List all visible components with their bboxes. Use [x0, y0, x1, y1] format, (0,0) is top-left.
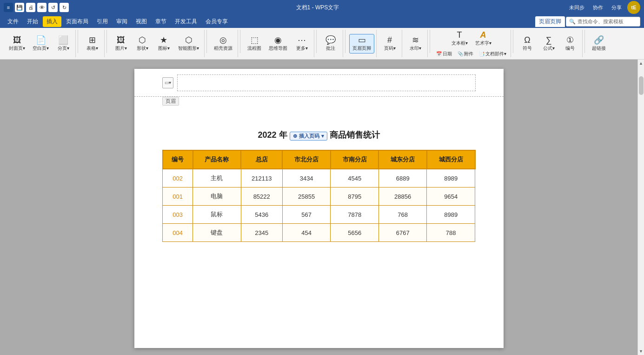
hyperlink-button[interactable]: 🔗 超链接 [589, 34, 609, 54]
divider-8 [513, 30, 513, 53]
formula-button[interactable]: ∑ 公式▾ [538, 34, 559, 54]
divider-6 [345, 30, 345, 53]
symbol-button[interactable]: Ω 符号 [517, 34, 538, 54]
table-cell-2-2: 5436 [241, 206, 282, 224]
table-icon: ⊞ [89, 36, 96, 44]
table-cell-0-3: 3434 [282, 169, 331, 188]
menu-start[interactable]: 开始 [23, 16, 42, 27]
textbox-button[interactable]: T 文本框▾ [448, 29, 471, 48]
image-button[interactable]: 🖼 图片▾ [111, 34, 131, 54]
page-break-button[interactable]: ⬜ 分页▾ [53, 34, 73, 54]
doc-title: 文档1 - WPS文字 [296, 4, 339, 12]
header-icon-button[interactable]: ▭▾ [162, 77, 173, 88]
table-row: 002主机2121133434454568898989 [163, 169, 475, 188]
comment-icon: 💬 [325, 36, 336, 44]
table-cell-1-4: 8795 [331, 188, 379, 206]
table-cell-0-0: 002 [163, 169, 193, 188]
toolbar-group-pageno: # 页码▾ [378, 30, 402, 57]
table-row: 003鼠标543656778787688989 [163, 206, 475, 224]
toolbar-search[interactable]: 🔍 查找命令、搜索模板 [566, 17, 640, 27]
save-button[interactable]: 💾 [15, 3, 24, 12]
scrollbar-y[interactable]: ▲ ▼ [637, 60, 644, 355]
search-icon: 🔍 [569, 19, 576, 25]
blank-icon: 📄 [36, 36, 46, 44]
pageno-icon: # [387, 36, 392, 44]
redo-button[interactable]: ↻ [60, 3, 69, 12]
table-row: 001电脑85222258558795288569654 [163, 188, 475, 206]
break-icon: ⬜ [58, 36, 68, 44]
table-cell-1-1: 电脑 [193, 188, 241, 206]
menu-layout[interactable]: 页面布局 [62, 16, 92, 27]
resource-button[interactable]: ◎ 稻壳资源 [211, 34, 236, 54]
undo-button[interactable]: ↺ [48, 3, 58, 12]
col-header-east: 城东分店 [378, 150, 427, 169]
print-button[interactable]: 🖨 [26, 3, 35, 12]
attachment-button[interactable]: 📎 附件 [455, 49, 476, 59]
sync-button[interactable]: 未同步 [566, 3, 587, 12]
title-bar-right: 未同步 协作 分享 tE [566, 1, 640, 14]
menu-header-footer[interactable]: 页眉页脚 [535, 16, 565, 27]
blank-page-button[interactable]: 📄 空白页▾ [29, 34, 52, 54]
table-cell-3-0: 004 [163, 224, 193, 242]
toolbar-group-flow: ⬚ 流程图 ◉ 思维导图 ⋯ 更多▾ [242, 30, 314, 57]
pageno-dropdown-icon: ▾ [321, 133, 324, 139]
table-cell-0-5: 6889 [378, 169, 427, 188]
table-cell-3-2: 2345 [241, 224, 282, 242]
doc-title-text-part1: 2022 年 [258, 130, 289, 140]
menu-member[interactable]: 会员专享 [202, 16, 232, 27]
flowchart-button[interactable]: ⬚ 流程图 [244, 34, 265, 54]
icon-button[interactable]: ★ 图标▾ [153, 34, 174, 54]
doc-title: 2022 年 ⊕ 插入页码 ▾ 商品销售统计 [162, 129, 476, 141]
formula-icon: ∑ [546, 36, 552, 44]
table-cell-1-6: 9654 [427, 188, 475, 206]
menu-chapter[interactable]: 章节 [152, 16, 170, 27]
more-icon: ⋯ [298, 36, 306, 44]
shape-button[interactable]: ⬡ 形状▾ [132, 34, 153, 54]
doc-scroll[interactable]: ▭▾ 页眉 2022 年 ⊕ 插入页码 ▾ 商品销售统计 [0, 60, 637, 355]
toolbar-group-image: 🖼 图片▾ ⬡ 形状▾ ★ 图标▾ ⬡ 智能图形▾ [109, 30, 205, 57]
table-cell-1-0: 001 [163, 188, 193, 206]
mindmap-icon: ◉ [274, 36, 282, 44]
page-number-button[interactable]: # 页码▾ [379, 34, 400, 54]
scroll-down[interactable]: ▼ [637, 348, 644, 355]
avatar[interactable]: tE [627, 1, 640, 14]
number-icon: ① [566, 36, 574, 44]
docpart-button[interactable]: 📑 文档部件▾ [477, 49, 509, 59]
menu-review[interactable]: 审阅 [113, 16, 131, 27]
menu-file[interactable]: 文件 [4, 16, 22, 27]
share-button[interactable]: 分享 [609, 3, 624, 12]
scroll-up[interactable]: ▲ [637, 60, 644, 67]
toolbar-group-watermark: ≋ 水印▾ [403, 30, 428, 57]
scroll-thumb[interactable] [639, 76, 644, 95]
smart-art-button[interactable]: ⬡ 智能图形▾ [175, 34, 202, 54]
menu-button[interactable]: ≡ [4, 3, 13, 12]
toolbar-group-resource: ◎ 稻壳资源 [209, 30, 238, 57]
header-footer-button[interactable]: ▭ 页眉页脚 [349, 34, 374, 54]
header-label: 页眉 [162, 97, 179, 106]
menu-dev[interactable]: 开发工具 [171, 16, 201, 27]
watermark-button[interactable]: ≋ 水印▾ [405, 34, 425, 54]
header-text-box[interactable] [177, 74, 476, 91]
cover-page-button[interactable]: 🖼 封面页▾ [6, 34, 28, 54]
art-text-button[interactable]: A 艺术字▾ [472, 29, 495, 48]
table-cell-0-6: 8989 [427, 169, 475, 188]
menu-ref[interactable]: 引用 [93, 16, 112, 27]
toolbar-group-table: ⊞ 表格▾ [80, 30, 105, 57]
table-cell-2-0: 003 [163, 206, 193, 224]
menu-view[interactable]: 视图 [132, 16, 151, 27]
mindmap-button[interactable]: ◉ 思维导图 [266, 34, 291, 54]
menu-insert[interactable]: 插入 [43, 16, 61, 27]
comment-button[interactable]: 💬 批注 [320, 34, 341, 54]
sales-table: 编号 产品名称 总店 市北分店 市南分店 城东分店 城西分店 002主机2121… [162, 150, 476, 242]
table-button[interactable]: ⊞ 表格▾ [82, 34, 102, 54]
preview-button[interactable]: 👁 [37, 3, 46, 12]
insert-pageno-badge[interactable]: ⊕ 插入页码 ▾ [290, 132, 327, 141]
toolbar-group-cover: 🖼 封面页▾ 📄 空白页▾ ⬜ 分页▾ [4, 30, 76, 57]
page: ▭▾ 页眉 2022 年 ⊕ 插入页码 ▾ 商品销售统计 [134, 69, 504, 348]
number-button[interactable]: ① 编号 [560, 34, 580, 54]
doc-title-text-part2: 商品销售统计 [330, 130, 380, 140]
table-cell-2-4: 7878 [331, 206, 379, 224]
more-button[interactable]: ⋯ 更多▾ [292, 34, 312, 54]
date-button[interactable]: 📅 日期 [434, 49, 454, 59]
collab-button[interactable]: 协作 [590, 3, 606, 12]
